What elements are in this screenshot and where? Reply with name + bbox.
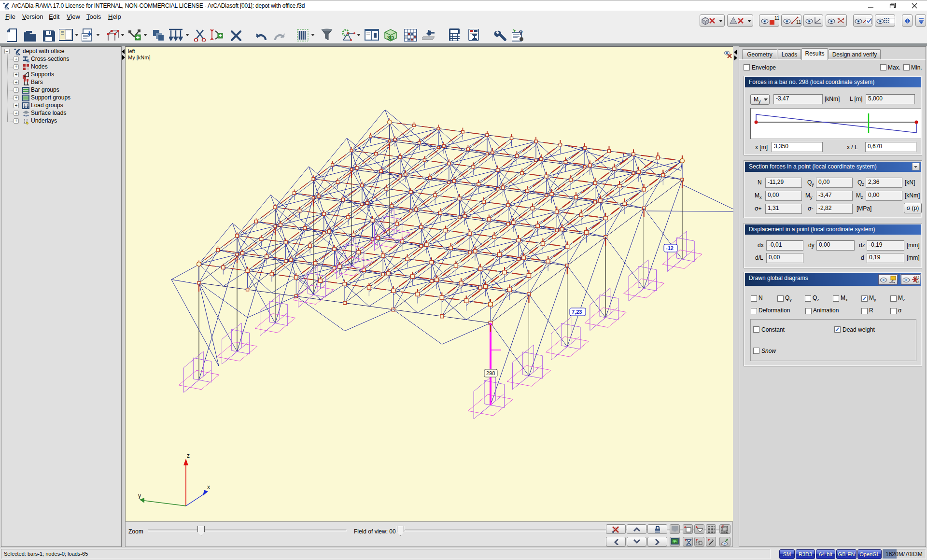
svg-text:-12: -12	[666, 245, 674, 251]
svg-text:13: 13	[916, 276, 919, 279]
svg-text:z: z	[187, 452, 190, 459]
svg-text:y: y	[138, 492, 141, 499]
svg-text:298: 298	[486, 370, 495, 376]
svg-text:?: ?	[519, 28, 523, 37]
svg-text:x: x	[207, 484, 210, 490]
svg-text:7,23: 7,23	[572, 309, 582, 315]
svg-text:14: 14	[916, 280, 919, 283]
svg-text:3D: 3D	[387, 35, 394, 41]
